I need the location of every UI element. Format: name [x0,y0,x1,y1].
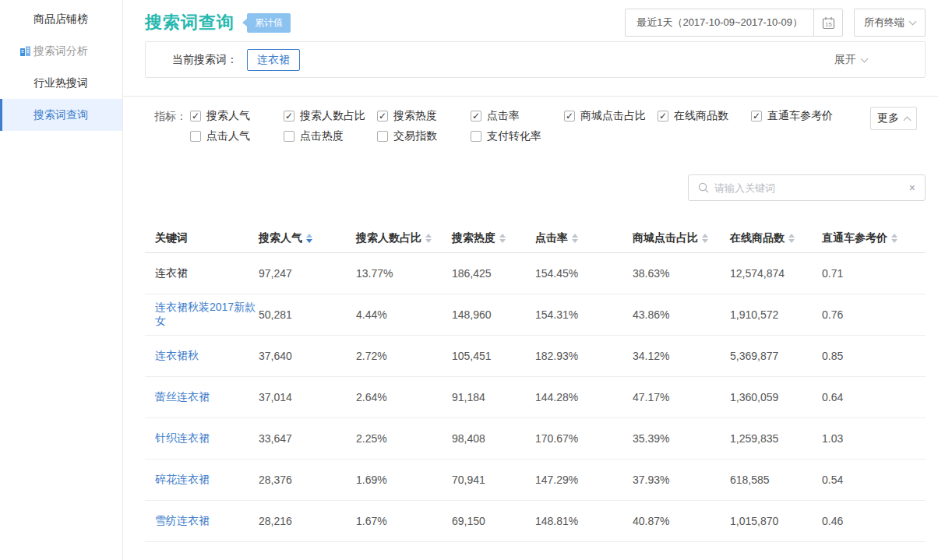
cell-value: 0.85 [822,335,926,376]
expand-toggle[interactable]: 展开 [834,53,867,67]
metric-checkbox-row1-2[interactable]: ✓搜索热度 [377,106,471,126]
chevron-up-icon [904,116,912,124]
checkbox-unchecked-icon[interactable] [471,131,481,142]
terminal-select[interactable]: 所有终端 [854,9,926,37]
metric-checkbox-row1-0[interactable]: ✓搜索人气 [190,106,284,126]
metric-checkbox-row1-5[interactable]: ✓在线商品数 [658,106,751,126]
keyword-link[interactable]: 碎花连衣裙 [145,459,259,500]
checkbox-checked-icon[interactable]: ✓ [284,111,294,122]
column-header-6[interactable]: 在线商品数 [730,224,822,252]
metric-checkbox-row1-6[interactable]: ✓直通车参考价 [751,106,845,126]
checkbox-unchecked-icon[interactable] [377,131,388,142]
column-header-4[interactable]: 点击率 [535,224,633,252]
cell-value: 38.63% [633,252,730,294]
metrics-grid: ✓搜索人气✓搜索人数占比✓搜索热度✓点击率✓商城点击占比✓在线商品数✓直通车参考… [190,106,845,146]
metric-checkbox-row1-4[interactable]: ✓商城点击占比 [564,106,658,126]
keyword-search-input[interactable] [714,182,909,194]
metric-checkbox-row1-3[interactable]: ✓点击率 [471,106,564,126]
checkbox-unchecked-icon[interactable] [284,131,294,142]
table-body: 连衣裙97,24713.77%186,425154.45%38.63%12,57… [145,252,926,541]
sidebar-item-search-word-analysis[interactable]: 搜索词分析 [0,35,122,67]
calendar-icon[interactable]: 15 [813,9,842,36]
topbar: 搜索词查询 累计值 最近1天（2017-10-09~2017-10-09） 15 [145,9,926,37]
checkbox-checked-icon[interactable]: ✓ [190,111,201,122]
cell-value: 28,216 [259,500,356,541]
sort-icon[interactable] [499,234,506,243]
checkbox-checked-icon[interactable]: ✓ [471,111,481,122]
app-window: 商品店铺榜搜索词分析行业热搜词搜索词查询 搜索词查询 累计值 最近1天（2017… [0,0,938,560]
current-keyword-tag[interactable]: 连衣裙 [247,49,300,71]
sort-icon[interactable] [306,234,312,243]
checkbox-checked-icon[interactable]: ✓ [658,111,668,122]
metric-label: 点击率 [487,109,520,123]
keyword-link[interactable]: 蕾丝连衣裙 [145,376,259,417]
sidebar-item-label: 商品店铺榜 [34,12,88,25]
column-header-label: 商城点击占比 [633,231,698,245]
metric-checkbox-row2-0[interactable]: 点击人气 [190,126,284,146]
cell-value: 154.45% [535,252,633,294]
cell-value: 40.87% [633,500,730,541]
checkbox-checked-icon[interactable]: ✓ [377,111,388,122]
checkbox-checked-icon[interactable]: ✓ [564,111,575,122]
metric-checkbox-row2-3[interactable]: 支付转化率 [471,126,564,146]
sidebar-item-goods-shop-rank[interactable]: 商品店铺榜 [0,3,122,35]
column-header-2[interactable]: 搜索人数占比 [356,224,452,252]
table-row: 针织连衣裙33,6472.25%98,408170.67%35.39%1,259… [145,417,926,459]
search-icon [698,182,709,193]
cell-value: 1.03 [822,417,926,459]
column-header-wrap: 在线商品数 [730,231,795,245]
column-header-3[interactable]: 搜索热度 [452,224,535,252]
column-header-label: 搜索热度 [452,231,495,245]
column-header-label: 搜索人气 [259,231,302,245]
checkbox-unchecked-icon[interactable] [190,131,201,142]
column-header-wrap: 搜索热度 [452,231,506,245]
metric-checkbox-row2-2[interactable]: 交易指数 [377,126,471,146]
metrics-label: 指标： [154,106,187,146]
cell-value: 0.76 [822,294,926,335]
cell-value: 1,360,059 [730,376,822,417]
cell-value: 35.39% [633,417,730,459]
cell-value: 50,281 [259,294,356,335]
cell-value: 33,647 [259,417,356,459]
sidebar-item-label: 搜索词分析 [34,44,88,57]
cell-value: 0.54 [822,459,926,500]
metric-label: 搜索热度 [393,109,437,123]
metric-checkbox-row1-1[interactable]: ✓搜索人数占比 [284,106,377,126]
keyword-text: 连衣裙 [145,252,259,294]
sidebar-item-industry-hot-words[interactable]: 行业热搜词 [0,67,122,99]
sidebar-item-search-word-query[interactable]: 搜索词查询 [0,99,122,131]
cell-value: 28,376 [259,459,356,500]
table-row: 连衣裙秋37,6402.72%105,451182.93%34.12%5,369… [145,335,926,376]
keyword-link[interactable]: 雪纺连衣裙 [145,500,259,541]
cell-value: 186,425 [452,252,535,294]
keyword-link[interactable]: 连衣裙秋 [145,335,259,376]
column-header-1[interactable]: 搜索人气 [259,224,356,252]
keyword-link[interactable]: 连衣裙秋装2017新款女 [145,294,259,335]
more-button[interactable]: 更多 [870,107,917,130]
column-header-5[interactable]: 商城点击占比 [633,224,730,252]
sort-icon[interactable] [788,234,795,243]
sort-icon[interactable] [891,234,897,243]
cell-value: 43.86% [633,294,730,335]
metric-label: 点击人气 [206,129,250,143]
clear-icon[interactable]: × [909,182,915,193]
column-header-wrap: 商城点击占比 [633,231,708,245]
cell-value: 69,150 [452,500,535,541]
sort-icon[interactable] [572,234,578,243]
sort-icon[interactable] [702,234,708,243]
cell-value: 154.31% [535,294,633,335]
cell-value: 98,408 [452,417,535,459]
checkbox-checked-icon[interactable]: ✓ [751,111,762,122]
sidebar-item-label: 搜索词查询 [34,108,88,121]
metrics-section: 指标： ✓搜索人气✓搜索人数占比✓搜索热度✓点击率✓商城点击占比✓在线商品数✓直… [145,106,926,146]
column-header-label: 点击率 [535,231,568,245]
keyword-link[interactable]: 针织连衣裙 [145,417,259,459]
chevron-down-icon [909,18,917,26]
column-header-7[interactable]: 直通车参考价 [822,224,926,252]
sort-icon[interactable] [425,234,432,243]
cell-value: 91,184 [452,376,535,417]
cell-value: 618,585 [730,459,822,500]
metric-label: 商城点击占比 [580,109,646,123]
date-range-picker[interactable]: 最近1天（2017-10-09~2017-10-09） 15 [625,9,843,37]
metric-checkbox-row2-1[interactable]: 点击热度 [284,126,377,146]
